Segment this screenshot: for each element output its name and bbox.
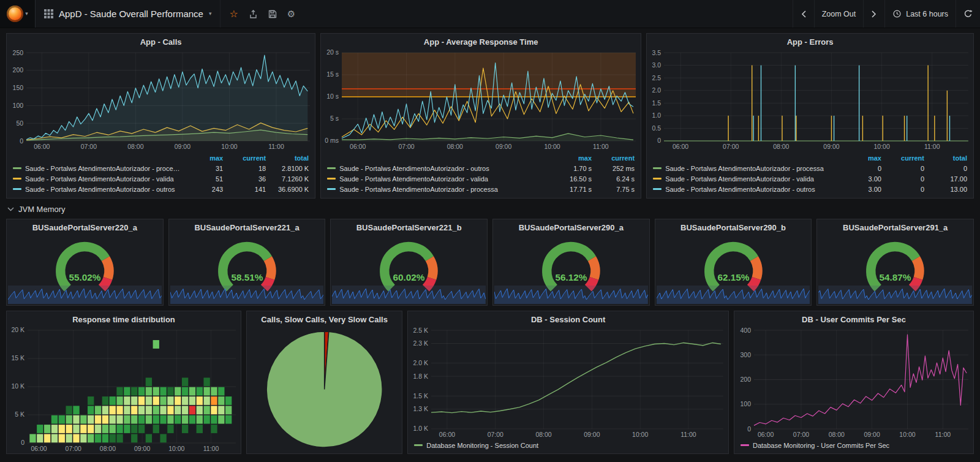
time-shift-forward-button[interactable]: [863, 0, 884, 28]
legend-series-row[interactable]: Saude - Portalws AtendimentoAutorizador …: [653, 163, 967, 173]
legend-series-row[interactable]: Database Monitoring - Session Count: [414, 440, 722, 450]
grafana-logo-button[interactable]: ▾: [0, 0, 36, 28]
legend-value: 0: [924, 165, 967, 172]
memory-sparkline[interactable]: [170, 286, 324, 304]
jvm-memory-section-toggle[interactable]: JVM Memory: [7, 205, 66, 214]
svg-text:07:00: 07:00: [488, 431, 503, 438]
legend-series-row[interactable]: Saude - Portalws AtendimentoAutorizador …: [13, 163, 309, 173]
save-icon[interactable]: [268, 9, 277, 19]
bottom-panels-row: Response time distribution 05 K10 K15 K2…: [6, 311, 974, 454]
legend-series-row[interactable]: Saude - Portalws AtendimentoAutorizador …: [653, 173, 967, 184]
svg-text:11:00: 11:00: [203, 445, 219, 452]
legend-header[interactable]: max: [549, 154, 592, 162]
legend-series-name: Database Monitoring - User Commits Per S…: [753, 442, 967, 449]
panel-title-app-errors[interactable]: App - Errors: [647, 34, 973, 48]
svg-text:300: 300: [740, 351, 751, 358]
legend-header[interactable]: current: [881, 154, 924, 162]
svg-text:1.8 K: 1.8 K: [413, 373, 428, 380]
time-shift-back-button[interactable]: [793, 0, 814, 28]
svg-text:08:00: 08:00: [447, 143, 463, 150]
jvm-memory-section-label: JVM Memory: [18, 205, 66, 214]
legend-header[interactable]: max: [180, 154, 223, 162]
legend-series-row[interactable]: Database Monitoring - User Commits Per S…: [741, 440, 967, 450]
svg-text:09:00: 09:00: [496, 143, 511, 150]
app-response-time-chart[interactable]: 0 ms5 s10 s15 s20 s06:0007:0008:0009:001…: [321, 48, 641, 151]
time-controls: Zoom Out Last 6 hours: [793, 0, 980, 28]
svg-text:5 s: 5 s: [330, 115, 339, 122]
legend-header[interactable]: total: [924, 154, 967, 162]
legend-header[interactable]: max: [839, 154, 881, 162]
legend-header[interactable]: current: [592, 154, 635, 162]
gauge-title[interactable]: BUSaudePortalServer221_b: [331, 219, 487, 233]
legend-series-row[interactable]: Saude - Portalws AtendimentoAutorizador …: [327, 173, 635, 184]
svg-text:20 K: 20 K: [11, 327, 24, 334]
svg-text:5 K: 5 K: [15, 411, 24, 418]
dashboard-picker[interactable]: AppD - Saude Overall Performance ▾: [36, 0, 221, 28]
svg-text:150: 150: [13, 84, 24, 91]
legend-series-row[interactable]: Saude - Portalws AtendimentoAutorizador …: [327, 163, 635, 173]
app-errors-chart[interactable]: 00.51.01.52.02.53.03.506:0007:0008:0009:…: [647, 48, 973, 151]
memory-sparkline[interactable]: [332, 286, 486, 304]
legend-header[interactable]: total: [266, 154, 309, 162]
panel-title-calls-pie[interactable]: Calls, Slow Calls, Very Slow Calls: [247, 311, 402, 325]
gauge-title[interactable]: BUSaudePortalServer221_a: [169, 219, 325, 233]
pie-chart-area: [247, 325, 402, 453]
star-icon[interactable]: ☆: [229, 9, 238, 19]
legend-header[interactable]: current: [223, 154, 266, 162]
db-sessions-chart-area: 1.0 K1.3 K1.5 K1.8 K2.0 K2.3 K2.5 K06:00…: [408, 325, 728, 439]
app-calls-chart[interactable]: 05010015020025006:0007:0008:0009:0010:00…: [7, 48, 315, 151]
gauge-title[interactable]: BUSaudePortalServer290_b: [655, 219, 812, 233]
response-time-heatmap[interactable]: 05 K10 K15 K20 K06:0007:0008:0009:0010:0…: [7, 325, 241, 453]
svg-text:2.0 K: 2.0 K: [413, 360, 428, 366]
share-icon[interactable]: [248, 9, 258, 19]
legend-color-swatch: [13, 167, 21, 169]
memory-sparkline[interactable]: [657, 286, 810, 304]
gauge-title[interactable]: BUSaudePortalServer290_a: [493, 219, 649, 233]
calls-pie-chart[interactable]: [247, 325, 402, 453]
svg-text:09:00: 09:00: [823, 143, 839, 150]
svg-text:0: 0: [747, 425, 751, 433]
svg-text:1.5 K: 1.5 K: [413, 393, 428, 400]
legend-value: 0: [881, 186, 924, 193]
svg-text:2.5 K: 2.5 K: [413, 327, 428, 334]
memory-sparkline[interactable]: [818, 286, 972, 304]
memory-sparkline[interactable]: [8, 286, 162, 304]
legend-series-name: Saude - Portalws AtendimentoAutorizador …: [25, 175, 180, 183]
panel-app-response-time: App - Average Response Time 0 ms5 s10 s1…: [320, 33, 641, 199]
svg-text:60.02%: 60.02%: [393, 272, 425, 282]
svg-text:250: 250: [13, 49, 24, 56]
memory-sparkline[interactable]: [494, 286, 648, 304]
db-session-count-chart[interactable]: 1.0 K1.3 K1.5 K1.8 K2.0 K2.3 K2.5 K06:00…: [408, 325, 728, 439]
legend-series-row[interactable]: Saude - Portalws AtendimentoAutorizador …: [13, 173, 309, 184]
gauge-title[interactable]: BUSaudePortalServer291_a: [817, 219, 973, 233]
svg-text:07:00: 07:00: [399, 143, 415, 150]
panel-title-db-sessions[interactable]: DB - Session Count: [408, 311, 728, 325]
legend-color-swatch: [13, 188, 21, 190]
panel-title-app-calls[interactable]: App - Calls: [7, 34, 315, 48]
legend-series-row[interactable]: Saude - Portalws AtendimentoAutorizador …: [327, 184, 635, 194]
chevron-down-icon: ▾: [209, 11, 212, 17]
jvm-gauge-panel: BUSaudePortalServer290_b 62.15%: [655, 219, 812, 306]
panel-title-response-distribution[interactable]: Response time distribution: [7, 311, 241, 325]
time-range-picker[interactable]: Last 6 hours: [884, 0, 956, 28]
zoom-out-button[interactable]: Zoom Out: [814, 0, 864, 28]
svg-text:0.5: 0.5: [652, 125, 662, 132]
legend-series-name: Saude - Portalws AtendimentoAutorizador …: [665, 175, 839, 183]
svg-text:400: 400: [740, 327, 751, 334]
db-user-commits-chart[interactable]: 010020030040006:0007:0008:0009:0010:0011…: [734, 325, 973, 439]
panel-title-app-response-time[interactable]: App - Average Response Time: [321, 34, 641, 48]
legend-header-row: maxcurrenttotal: [653, 153, 967, 163]
panel-response-time-distribution: Response time distribution 05 K10 K15 K2…: [6, 311, 241, 454]
legend-series-name: Saude - Portalws AtendimentoAutorizador …: [665, 186, 839, 193]
jvm-gauges-row: BUSaudePortalServer220_a 55.02% BUSaudeP…: [6, 219, 974, 306]
chevron-down-icon: ▾: [25, 11, 28, 17]
panel-title-db-commits[interactable]: DB - User Commits Per Sec: [734, 311, 973, 325]
gear-icon[interactable]: ⚙: [287, 9, 295, 18]
legend-series-row[interactable]: Saude - Portalws AtendimentoAutorizador …: [13, 184, 309, 194]
svg-text:10:00: 10:00: [168, 445, 184, 452]
refresh-button[interactable]: [956, 0, 980, 28]
legend-value: 17.00: [924, 175, 967, 183]
legend-series-row[interactable]: Saude - Portalws AtendimentoAutorizador …: [653, 184, 967, 194]
gauge-title[interactable]: BUSaudePortalServer220_a: [7, 219, 163, 233]
svg-text:09:00: 09:00: [584, 431, 600, 438]
